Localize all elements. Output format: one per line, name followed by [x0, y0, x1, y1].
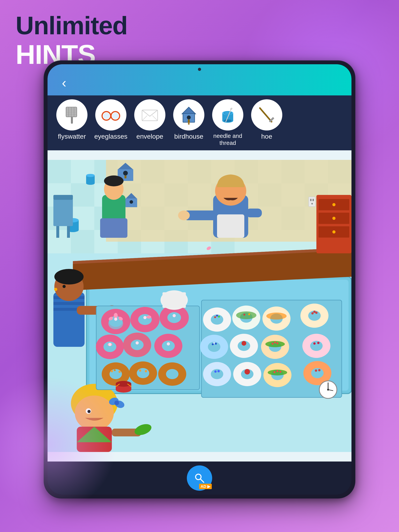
svg-point-213	[245, 369, 250, 374]
item-hoe[interactable]: hoe	[248, 99, 285, 140]
svg-point-14	[103, 113, 109, 119]
svg-point-192	[215, 343, 217, 345]
svg-point-144	[147, 316, 151, 319]
svg-point-27	[224, 112, 232, 114]
svg-point-145	[143, 316, 147, 319]
flyswatter-icon	[61, 104, 83, 126]
svg-point-221	[311, 368, 324, 378]
svg-rect-225	[162, 292, 186, 308]
svg-rect-101	[67, 226, 70, 238]
hoe-icon	[256, 104, 277, 126]
svg-rect-84	[124, 176, 126, 178]
svg-point-155	[135, 341, 139, 344]
svg-point-193	[213, 342, 215, 344]
svg-rect-49	[71, 183, 94, 207]
svg-point-163	[114, 369, 116, 371]
back-chevron-icon: ‹	[62, 76, 66, 89]
birdhouse-icon	[178, 104, 200, 126]
tablet-frame: ‹	[44, 60, 355, 499]
svg-point-217	[274, 371, 276, 373]
svg-point-206	[317, 342, 320, 344]
back-button[interactable]: ‹	[57, 76, 71, 89]
svg-point-152	[108, 343, 111, 346]
svg-point-228	[116, 381, 131, 387]
svg-rect-98	[53, 199, 73, 226]
item-birdhouse[interactable]: birdhouse	[170, 99, 207, 140]
svg-point-174	[218, 316, 220, 318]
svg-rect-73	[71, 230, 94, 253]
search-icon	[194, 472, 205, 484]
svg-point-167	[145, 370, 147, 372]
svg-point-196	[242, 341, 246, 346]
svg-point-83	[123, 171, 128, 176]
svg-point-161	[111, 370, 113, 372]
eyeglasses-icon	[100, 104, 122, 126]
svg-point-125	[87, 410, 90, 413]
ad-badge: AD ▶	[199, 484, 212, 489]
svg-point-240	[332, 217, 335, 220]
eyeglasses-circle	[95, 99, 126, 130]
svg-point-223	[318, 369, 321, 371]
svg-point-186	[311, 312, 314, 315]
app-screen: ‹	[48, 64, 351, 495]
svg-point-130	[114, 400, 119, 405]
svg-point-158	[167, 342, 170, 345]
svg-point-106	[178, 210, 190, 220]
svg-point-210	[217, 370, 220, 372]
tablet-screen: ‹	[48, 64, 351, 495]
svg-point-119	[63, 285, 66, 288]
flyswatter-circle	[56, 99, 87, 130]
svg-rect-100	[56, 226, 59, 238]
svg-point-15	[112, 113, 118, 119]
svg-point-178	[236, 311, 256, 319]
svg-point-218	[279, 371, 281, 373]
envelope-circle	[134, 99, 165, 130]
item-flyswatter[interactable]: flyswatter	[53, 99, 90, 140]
svg-line-31	[260, 108, 272, 122]
svg-rect-242	[309, 197, 315, 207]
svg-point-204	[310, 341, 323, 351]
item-envelope[interactable]: envelope	[131, 99, 168, 140]
svg-rect-23	[188, 122, 190, 125]
svg-rect-107	[246, 209, 262, 217]
needle-thread-icon	[217, 104, 238, 126]
svg-rect-8	[71, 117, 73, 124]
svg-point-148	[173, 314, 176, 317]
svg-point-180	[248, 313, 250, 315]
svg-rect-114	[53, 302, 84, 305]
svg-point-208	[211, 369, 223, 379]
svg-rect-243	[310, 199, 312, 201]
camera-dot	[198, 68, 201, 71]
svg-point-169	[166, 369, 179, 379]
svg-point-21	[187, 115, 191, 119]
flyswatter-label: flyswatter	[58, 133, 86, 140]
envelope-label: envelope	[136, 133, 163, 140]
svg-point-209	[214, 370, 217, 373]
svg-rect-99	[53, 195, 73, 200]
svg-point-90	[104, 176, 123, 186]
item-needle-thread[interactable]: needle and thread	[209, 99, 246, 146]
svg-rect-104	[217, 214, 244, 238]
hoe-label: hoe	[261, 133, 272, 140]
svg-point-175	[216, 315, 218, 317]
svg-point-117	[54, 269, 84, 285]
scene-svg	[48, 150, 351, 462]
svg-point-219	[277, 370, 278, 372]
svg-point-94	[129, 200, 133, 204]
svg-point-157	[162, 341, 175, 351]
svg-point-239	[332, 203, 335, 206]
svg-point-118	[54, 288, 57, 291]
svg-point-162	[118, 371, 121, 373]
svg-point-200	[272, 343, 274, 345]
svg-point-188	[313, 310, 316, 313]
svg-point-166	[139, 369, 141, 372]
svg-point-222	[315, 369, 317, 372]
game-scene[interactable]	[48, 150, 351, 462]
svg-point-123	[75, 395, 114, 431]
svg-point-173	[214, 316, 216, 318]
search-button[interactable]: AD ▶	[187, 465, 212, 491]
item-eyeglasses[interactable]: eyeglasses	[92, 99, 129, 140]
eyeglasses-label: eyeglasses	[94, 133, 127, 140]
svg-point-87	[86, 174, 95, 177]
svg-line-247	[200, 479, 204, 482]
